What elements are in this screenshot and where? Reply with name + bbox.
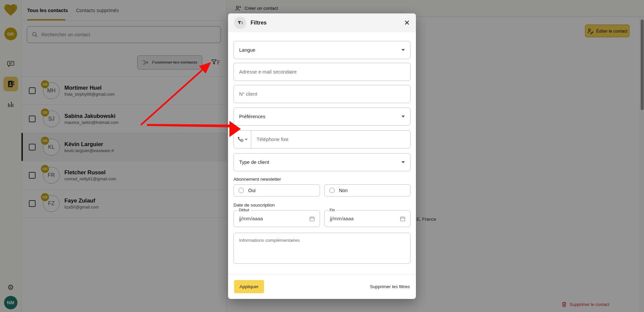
filters-modal: Filtres ✕ Langue Adresse e-mail secondai… (228, 13, 416, 299)
chevron-down-icon (245, 139, 248, 140)
preferences-select[interactable]: Préférences (233, 107, 411, 126)
newsletter-no-label: Non (339, 188, 348, 193)
landline-phone-placeholder: Téléphone fixe (251, 137, 288, 142)
end-date-label: Fin (328, 208, 337, 212)
country-code-select[interactable] (234, 131, 251, 148)
newsletter-yes-label: Oui (248, 188, 256, 193)
calendar-icon[interactable] (400, 216, 406, 222)
radio-circle-icon (329, 188, 335, 193)
secondary-email-placeholder: Adresse e-mail secondaire (239, 69, 297, 75)
newsletter-no-radio[interactable]: Non (324, 184, 411, 196)
client-type-select[interactable]: Type de client (233, 153, 411, 171)
preferences-select-label: Préférences (239, 114, 265, 119)
newsletter-section-label: Abonnement newsletter (233, 177, 411, 182)
client-number-input[interactable]: N° client (233, 85, 411, 103)
filter-icon (237, 20, 243, 26)
filter-badge (234, 17, 246, 29)
subscription-start-date-input[interactable]: Début jj/mm/aaaa (233, 210, 320, 227)
client-number-placeholder: N° client (239, 91, 257, 97)
secondary-email-input[interactable]: Adresse e-mail secondaire (233, 63, 411, 81)
phone-globe-icon (237, 136, 244, 142)
close-icon[interactable]: ✕ (404, 19, 410, 27)
filters-modal-header: Filtres ✕ (228, 13, 416, 32)
clear-filters-link[interactable]: Supprimer les filtres (370, 284, 410, 289)
start-date-label: Début (237, 208, 251, 212)
language-select-label: Langue (239, 47, 255, 53)
chevron-down-icon (401, 49, 405, 51)
start-date-placeholder: jj/mm/aaaa (239, 216, 263, 221)
subscription-end-date-input[interactable]: Fin jj/mm/aaaa (324, 210, 411, 227)
filters-modal-footer: Appliquer Supprimer les filtres (228, 274, 416, 299)
end-date-placeholder: jj/mm/aaaa (330, 216, 354, 221)
client-type-select-label: Type de client (239, 160, 269, 165)
calendar-icon[interactable] (309, 216, 315, 222)
chevron-down-icon (401, 116, 405, 118)
subscription-section-label: Date de souscription (233, 203, 411, 208)
additional-info-placeholder: Informations complémentaires (239, 238, 300, 243)
additional-info-textarea[interactable]: Informations complémentaires (233, 233, 411, 264)
modal-title: Filtres (251, 20, 267, 26)
filters-form: Langue Adresse e-mail secondaire N° clie… (228, 32, 416, 299)
chevron-down-icon (401, 161, 405, 163)
apply-filters-button[interactable]: Appliquer (234, 280, 264, 293)
radio-circle-icon (238, 188, 244, 193)
landline-phone-field[interactable]: Téléphone fixe (233, 130, 411, 148)
language-select[interactable]: Langue (233, 41, 411, 59)
newsletter-yes-radio[interactable]: Oui (233, 184, 320, 196)
